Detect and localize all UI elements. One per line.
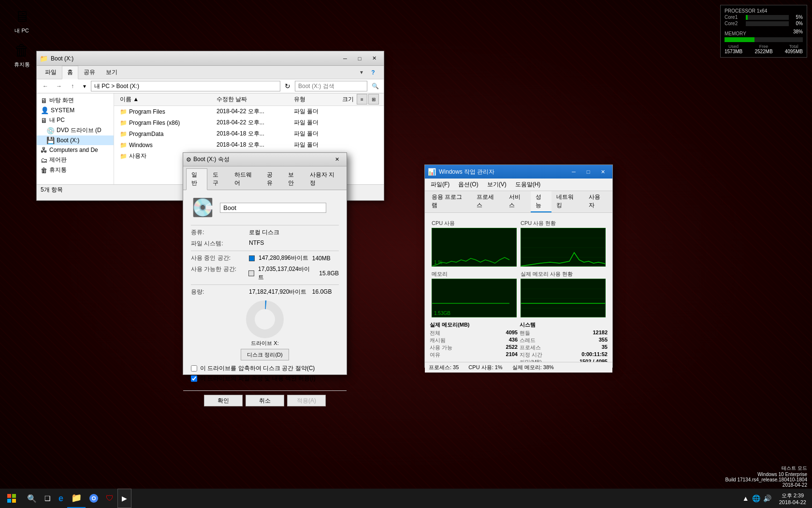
file-row-program-files[interactable]: 📁Program Files 2018-04-22 오후... 파일 폴더	[114, 106, 384, 117]
tab-processes[interactable]: 프로세스	[472, 191, 504, 212]
tab-home[interactable]: 홈	[62, 66, 78, 79]
terminal-taskbar[interactable]: ▶	[117, 489, 131, 508]
view-tile-btn[interactable]: ⊞	[368, 94, 379, 105]
taskbar: 🔍 ❑ e 📁 🛡 ▶ ▲ 🌐 🔊 오후 2:39 2018-04-22	[0, 489, 812, 508]
tab-apps[interactable]: 응용 프로그램	[427, 191, 472, 212]
threads-val: 355	[599, 337, 608, 344]
menu-options[interactable]: 옵션(O)	[455, 179, 481, 190]
tab-users[interactable]: 사용자	[584, 191, 610, 212]
prop-tab-general[interactable]: 일반	[186, 168, 207, 190]
refresh-btn[interactable]: ↻	[282, 81, 293, 91]
file-list-header[interactable]: 이름 ▲ 수정한 날짜 유형 크기	[114, 93, 384, 106]
sidebar-item-control[interactable]: 🗂 제어판	[37, 155, 114, 165]
compress-checkbox[interactable]	[191, 365, 197, 372]
tab-networking[interactable]: 네트워킹	[551, 191, 584, 212]
memory-bar-bg	[725, 37, 803, 42]
file-row-programdata[interactable]: 📁ProgramData 2018-04-18 오후... 파일 폴더	[114, 128, 384, 139]
up-btn[interactable]: ↑	[67, 81, 78, 91]
memory-pct-text: 38%	[793, 29, 803, 36]
tab-file[interactable]: 파일	[40, 66, 62, 79]
desktop-icon-this-pc[interactable]: 🖥 내 PC	[5, 5, 39, 36]
avail-val: 2522	[506, 344, 518, 351]
antivirus-taskbar[interactable]: 🛡	[102, 489, 117, 508]
sidebar-boot-label: Boot (X:)	[57, 137, 79, 144]
explorer-minimize-btn[interactable]: ─	[338, 54, 352, 63]
prop-tab-security[interactable]: 보안	[283, 168, 304, 190]
properties-dialog: ⚙ Boot (X:) 속성 ✕ 일반 도구 하드웨어 공유 보안 사용자 지정…	[183, 152, 347, 375]
tray-arrow[interactable]: ▲	[742, 494, 749, 502]
search-taskbar[interactable]: 🔍	[23, 489, 41, 508]
used-color-box	[249, 255, 255, 261]
core1-label: Core1	[725, 15, 744, 20]
menu-help[interactable]: 도움말(H)	[512, 179, 544, 190]
edge-taskbar[interactable]: e	[55, 489, 67, 508]
index-checkbox[interactable]	[191, 375, 197, 382]
prop-close-btn[interactable]: ✕	[330, 155, 344, 164]
view-detail-btn[interactable]: ≡	[357, 94, 367, 105]
clock[interactable]: 오후 2:39 2018-04-22	[779, 492, 806, 505]
proc-label: PROCESSOR 1x64	[725, 8, 767, 14]
total-val: 4095	[506, 329, 518, 337]
sidebar-item-dvd[interactable]: 💿 DVD 드라이브 (D	[37, 125, 114, 135]
explorer-close-btn[interactable]: ✕	[367, 54, 381, 63]
tab-view[interactable]: 보기	[101, 66, 123, 79]
sidebar-item-system[interactable]: 👤 SYSTEM	[37, 105, 114, 115]
computers-sidebar-icon: 🖧	[41, 146, 47, 154]
volume-icon[interactable]: 🔊	[763, 494, 771, 502]
sidebar-item-computers[interactable]: 🖧 Computers and De	[37, 145, 114, 155]
disk-cleanup-btn[interactable]: 디스크 정리(D)	[241, 349, 289, 360]
menu-view[interactable]: 보기(V)	[484, 179, 509, 190]
drive-name-input[interactable]	[220, 203, 326, 213]
menu-file[interactable]: 파일(F)	[428, 179, 452, 190]
search-btn[interactable]: 🔍	[369, 81, 381, 91]
file-row-windows[interactable]: 📁Windows 2018-04-18 오후... 파일 폴더	[114, 139, 384, 150]
taskview-btn[interactable]: ❑	[41, 489, 55, 508]
type-value: 로컬 디스크	[249, 228, 279, 237]
search-input[interactable]	[295, 81, 367, 91]
sidebar-dvd-label: DVD 드라이브 (D	[57, 126, 102, 134]
recycle-sidebar-icon: 🗑	[41, 166, 47, 174]
forward-btn[interactable]: →	[53, 81, 65, 91]
address-input[interactable]	[91, 81, 280, 91]
file-row-program-files-x86[interactable]: 📁Program Files (x86) 2018-04-22 오후... 파일…	[114, 117, 384, 128]
memory-label: 메모리	[432, 270, 517, 278]
desktop-icon-recycle[interactable]: 🗑 휴지통	[5, 39, 39, 70]
chrome-taskbar[interactable]	[86, 489, 102, 508]
explorer-maximize-btn[interactable]: □	[353, 54, 366, 63]
start-button[interactable]	[0, 489, 23, 508]
sidebar-item-desktop[interactable]: 🖥 바탕 화면	[37, 95, 114, 105]
boot-sidebar-icon: 💾	[46, 136, 55, 144]
tab-performance[interactable]: 성능	[531, 191, 551, 212]
prop-ok-btn[interactable]: 확인	[204, 395, 243, 406]
sidebar-item-boot[interactable]: 💾 Boot (X:)	[37, 135, 114, 145]
sys-stats: 시스템 핸들 12182 스레드 355 프로세스 35 지정 시간	[520, 321, 608, 362]
taskman-close-btn[interactable]: ✕	[596, 167, 609, 177]
handles-label: 핸들	[520, 329, 530, 337]
uptime-label: 지정 시간	[520, 351, 542, 359]
explorer-titlebar: 📁 Boot (X:) ─ □ ✕	[37, 51, 384, 66]
taskman-maximize-btn[interactable]: □	[581, 167, 595, 177]
compress-checkbox-row: 이 드라이브를 압축하여 디스크 공간 절약(C)	[191, 364, 339, 373]
tab-share[interactable]: 공유	[78, 66, 101, 79]
cpu-graph-small: 1 %	[432, 228, 517, 267]
svg-rect-9	[12, 494, 16, 498]
sidebar-item-this-pc[interactable]: 🖥 내 PC	[37, 115, 114, 125]
prop-tab-share[interactable]: 공유	[261, 168, 283, 190]
prop-tab-tools[interactable]: 도구	[207, 168, 229, 190]
back-btn[interactable]: ←	[40, 81, 51, 91]
memory-section-label: MEMORY	[725, 31, 746, 36]
sidebar-item-recycle[interactable]: 🗑 휴지통	[37, 165, 114, 175]
explorer-taskbar[interactable]: 📁	[67, 489, 86, 508]
prop-tab-customize[interactable]: 사용자 지정	[304, 168, 344, 190]
prop-apply-btn[interactable]: 적용(A)	[287, 395, 326, 406]
tab-services[interactable]: 서비스	[504, 191, 531, 212]
prop-cancel-btn[interactable]: 취소	[246, 395, 284, 406]
ribbon-expand-btn[interactable]: ▼	[356, 67, 367, 78]
mem-free: 2522MB	[754, 49, 772, 54]
core2-label: Core2	[725, 21, 744, 26]
help-btn[interactable]: ?	[367, 67, 379, 78]
prop-tab-hardware[interactable]: 하드웨어	[229, 168, 261, 190]
taskman-minimize-btn[interactable]: ─	[567, 167, 580, 177]
properties-tabs: 일반 도구 하드웨어 공유 보안 사용자 지정	[183, 166, 347, 190]
sidebar-computers-label: Computers and De	[49, 147, 98, 153]
